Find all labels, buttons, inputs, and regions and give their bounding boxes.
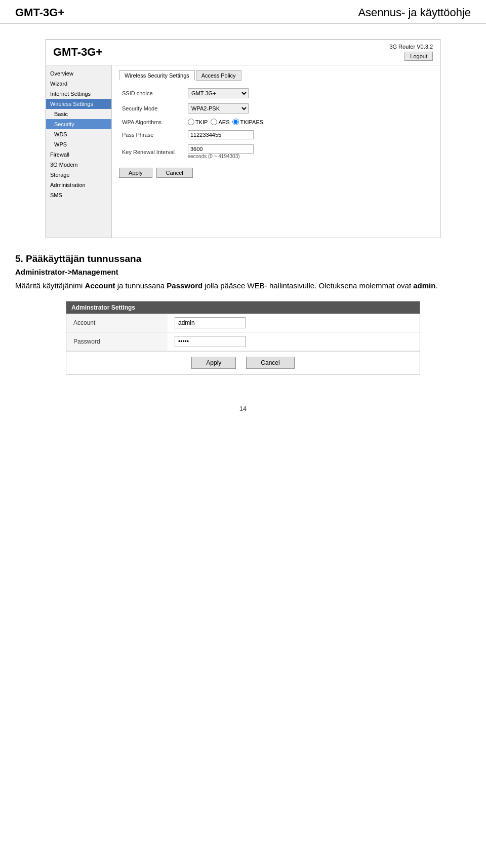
password-input[interactable]	[175, 336, 246, 347]
router-main: Wireless Security Settings Access Policy…	[112, 65, 440, 238]
wpa-tkip-radio[interactable]	[188, 119, 194, 125]
router-ui-box: GMT-3G+ 3G Router V0.3.2 Logout Overview…	[46, 39, 440, 238]
password-row: Password	[66, 332, 420, 351]
renewal-input[interactable]	[188, 144, 254, 154]
text-middle: ja tunnussana	[115, 281, 167, 290]
page-footer: 14	[0, 390, 486, 423]
page-number: 14	[239, 405, 247, 412]
password-label: Password	[66, 332, 168, 351]
passphrase-input[interactable]	[188, 130, 254, 139]
router-brand: GMT-3G+	[53, 46, 102, 59]
account-word: Account	[85, 281, 115, 290]
sidebar-item-wireless-settings[interactable]: Wireless Settings	[46, 99, 111, 109]
wpa-tkip-label[interactable]: TKIP	[188, 119, 208, 125]
sidebar-item-wizard[interactable]: Wizard	[46, 79, 111, 89]
renewal-hint: seconds (0 ~ 4194303)	[188, 154, 430, 159]
ssid-select[interactable]: GMT-3G+	[188, 88, 249, 98]
section5-text: Määritä käyttäjänimi Account ja tunnussa…	[15, 280, 471, 292]
passphrase-label: Pass Phrase	[119, 128, 185, 142]
router-btn-row: Apply Cancel	[119, 168, 433, 178]
account-input[interactable]	[175, 317, 246, 328]
section5-title: 5. Pääkäyttäjän tunnussana	[15, 253, 471, 265]
header-title: GMT-3G+	[15, 6, 64, 19]
admin-btn-row: Apply Cancel	[66, 351, 420, 374]
wpa-tkipaes-radio[interactable]	[232, 119, 239, 125]
sidebar-item-3g-modem[interactable]: 3G Modem	[46, 160, 111, 170]
router-version: 3G Router V0.3.2	[389, 44, 433, 50]
text-end: .	[435, 281, 437, 290]
account-label: Account	[66, 314, 168, 332]
password-cell	[168, 332, 420, 351]
router-sidebar: Overview Wizard Internet Settings Wirele…	[46, 65, 112, 238]
admin-table: Account Password	[66, 314, 420, 351]
sidebar-item-storage[interactable]: Storage	[46, 170, 111, 180]
settings-form: SSID choice GMT-3G+ Security Mode	[119, 86, 433, 162]
security-select[interactable]: WPA2-PSK	[188, 103, 249, 114]
account-row: Account	[66, 314, 420, 332]
page-content: GMT-3G+ 3G Router V0.3.2 Logout Overview…	[0, 24, 486, 390]
text-after: jolla pääsee WEB- hallintasivulle. Oletu…	[202, 281, 413, 290]
text-before-account: Määritä käyttäjänimi	[15, 281, 85, 290]
sidebar-item-overview[interactable]: Overview	[46, 68, 111, 79]
admin-settings-box: Adminstrator Settings Account Password	[66, 301, 420, 374]
apply-button-router[interactable]: Apply	[119, 168, 152, 178]
account-cell	[168, 314, 420, 332]
wpa-tkipaes-label[interactable]: TKIPAES	[232, 119, 263, 125]
wpa-aes-radio[interactable]	[211, 119, 217, 125]
header-subtitle: Asennus- ja käyttöohje	[358, 6, 471, 19]
sidebar-item-wps[interactable]: WPS	[46, 139, 111, 149]
router-body: Overview Wizard Internet Settings Wirele…	[46, 65, 440, 238]
admin-cancel-button[interactable]: Cancel	[246, 357, 294, 369]
sidebar-item-wds[interactable]: WDS	[46, 129, 111, 139]
admin-box-header: Adminstrator Settings	[66, 301, 420, 314]
sidebar-item-basic[interactable]: Basic	[46, 109, 111, 119]
tab-access-policy[interactable]: Access Policy	[196, 70, 241, 81]
sidebar-item-firewall[interactable]: Firewall	[46, 149, 111, 160]
cancel-button-router[interactable]: Cancel	[156, 168, 193, 178]
page-header: GMT-3G+ Asennus- ja käyttöohje	[0, 0, 486, 24]
admin-apply-button[interactable]: Apply	[191, 357, 236, 369]
security-label: Security Mode	[119, 101, 185, 116]
section5-area: 5. Pääkäyttäjän tunnussana Administrator…	[15, 253, 471, 292]
sidebar-item-administration[interactable]: Administration	[46, 180, 111, 190]
tab-wireless-security[interactable]: Wireless Security Settings	[119, 70, 195, 81]
wpa-aes-label[interactable]: AES	[211, 119, 229, 125]
router-version-area: 3G Router V0.3.2 Logout	[389, 44, 433, 61]
sidebar-item-sms[interactable]: SMS	[46, 190, 111, 200]
tab-bar: Wireless Security Settings Access Policy	[119, 70, 433, 81]
ssid-label: SSID choice	[119, 86, 185, 101]
section5-subtitle: Administrator->Management	[15, 268, 471, 276]
router-topbar: GMT-3G+ 3G Router V0.3.2 Logout	[46, 40, 440, 65]
key-renewal-area: seconds (0 ~ 4194303)	[188, 144, 430, 159]
sidebar-item-security[interactable]: Security	[46, 119, 111, 129]
admin-word: admin	[413, 281, 435, 290]
logout-button[interactable]: Logout	[404, 52, 433, 61]
renewal-label: Key Renewal Interval	[119, 142, 185, 162]
password-word: Password	[167, 281, 202, 290]
wpa-radio-group: TKIP AES TKIPAES	[188, 119, 430, 125]
wpa-label: WPA Algorithms	[119, 116, 185, 128]
sidebar-item-internet-settings[interactable]: Internet Settings	[46, 89, 111, 99]
